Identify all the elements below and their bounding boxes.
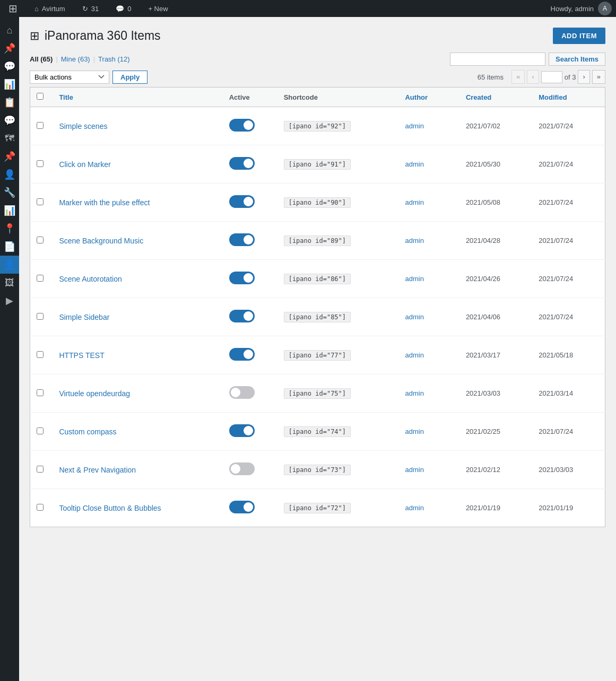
sidebar-item-docs[interactable]: 📄 bbox=[0, 238, 19, 256]
page-number-input[interactable]: 1 bbox=[541, 71, 562, 83]
site-name[interactable]: ⌂ Avirtum bbox=[30, 0, 70, 17]
created-date: 2021/01/19 bbox=[466, 504, 500, 512]
author-link[interactable]: admin bbox=[405, 389, 423, 397]
item-title-link[interactable]: Simple scenes bbox=[59, 122, 107, 130]
shortcode-badge: [ipano id="77"] bbox=[284, 350, 351, 361]
table-row: Custom compass [ipano id="74"]admin2021/… bbox=[30, 413, 605, 451]
first-page-button[interactable]: « bbox=[511, 70, 525, 84]
created-header[interactable]: Created bbox=[459, 88, 532, 107]
item-title-link[interactable]: Virtuele opendeurdag bbox=[59, 389, 130, 398]
item-title-link[interactable]: HTTPS TEST bbox=[59, 351, 104, 360]
sidebar-item-comments[interactable]: 💬 bbox=[0, 57, 19, 75]
sidebar-item-analytics[interactable]: 📊 bbox=[0, 202, 19, 220]
prev-page-button[interactable]: ‹ bbox=[527, 70, 539, 84]
row-checkbox[interactable] bbox=[37, 237, 44, 243]
row-checkbox[interactable] bbox=[37, 504, 44, 511]
item-title-link[interactable]: Custom compass bbox=[59, 427, 116, 436]
comments-item[interactable]: 💬 0 bbox=[111, 0, 135, 17]
table-row: HTTPS TEST [ipano id="77"]admin2021/03/1… bbox=[30, 336, 605, 374]
sidebar-item-bookmark[interactable]: 📌 bbox=[0, 147, 19, 165]
row-checkbox[interactable] bbox=[37, 351, 44, 358]
add-item-button[interactable]: ADD ITEM bbox=[553, 28, 605, 44]
toggle-switch[interactable] bbox=[229, 195, 255, 208]
row-checkbox[interactable] bbox=[37, 313, 44, 320]
search-button[interactable]: Search Items bbox=[549, 53, 605, 66]
filter-mine[interactable]: Mine (63) bbox=[61, 55, 90, 63]
title-header[interactable]: Title bbox=[53, 88, 222, 107]
wp-logo[interactable]: ⊞ bbox=[4, 0, 22, 17]
toggle-switch[interactable] bbox=[229, 386, 255, 399]
row-checkbox[interactable] bbox=[37, 427, 44, 434]
author-link[interactable]: admin bbox=[405, 504, 423, 512]
modified-date: 2021/07/24 bbox=[539, 427, 573, 435]
row-checkbox[interactable] bbox=[37, 122, 44, 129]
sidebar-item-chat[interactable]: 💬 bbox=[0, 111, 19, 129]
admin-sidebar: ⌂ 📌 💬 📊 📋 💬 🗺 📌 👤 🔧 📊 📍 📄 👤 🖼 ▶ bbox=[0, 17, 19, 681]
toggle-switch[interactable] bbox=[229, 157, 255, 170]
sidebar-item-tools[interactable]: 🔧 bbox=[0, 184, 19, 202]
author-link[interactable]: admin bbox=[405, 351, 423, 359]
sidebar-item-play[interactable]: ▶ bbox=[0, 292, 19, 310]
author-link[interactable]: admin bbox=[405, 198, 423, 206]
toggle-switch[interactable] bbox=[229, 501, 255, 513]
toggle-switch[interactable] bbox=[229, 272, 255, 284]
bulk-actions-dropdown[interactable]: Bulk actions bbox=[30, 71, 109, 84]
row-checkbox[interactable] bbox=[37, 198, 44, 205]
modified-date: 2021/03/03 bbox=[539, 466, 573, 474]
shortcode-badge: [ipano id="85"] bbox=[284, 312, 351, 322]
table-row: Click on Marker [ipano id="91"]admin2021… bbox=[30, 145, 605, 184]
sidebar-item-pin[interactable]: 📌 bbox=[0, 39, 19, 57]
select-all-checkbox[interactable] bbox=[37, 93, 44, 100]
row-checkbox[interactable] bbox=[37, 160, 44, 167]
sidebar-item-dashboard[interactable]: ⌂ bbox=[0, 21, 19, 39]
toggle-switch[interactable] bbox=[229, 233, 255, 246]
table-body: Simple scenes [ipano id="92"]admin2021/0… bbox=[30, 107, 605, 527]
toggle-switch[interactable] bbox=[229, 348, 255, 361]
new-item[interactable]: + New bbox=[144, 0, 172, 17]
row-checkbox[interactable] bbox=[37, 466, 44, 473]
author-link[interactable]: admin bbox=[405, 237, 423, 245]
shortcode-header: Shortcode bbox=[277, 88, 399, 107]
row-checkbox[interactable] bbox=[37, 275, 44, 282]
apply-button[interactable]: Apply bbox=[112, 71, 148, 84]
author-link[interactable]: admin bbox=[405, 466, 423, 474]
updates-item[interactable]: ↻ 31 bbox=[78, 0, 103, 17]
item-title-link[interactable]: Marker with the pulse effect bbox=[59, 198, 150, 207]
item-title-link[interactable]: Scene Autorotation bbox=[59, 275, 122, 283]
author-link[interactable]: admin bbox=[405, 275, 423, 283]
author-link[interactable]: admin bbox=[405, 160, 423, 168]
item-title-link[interactable]: Tooltip Close Button & Bubbles bbox=[59, 504, 161, 512]
toggle-switch[interactable] bbox=[229, 424, 255, 437]
item-title-link[interactable]: Simple Sidebar bbox=[59, 313, 109, 321]
toggle-switch[interactable] bbox=[229, 119, 255, 132]
toggle-switch[interactable] bbox=[229, 462, 255, 475]
item-title-link[interactable]: Next & Prev Navigation bbox=[59, 466, 136, 474]
page-title-area: ⊞ iPanorama 360 Items bbox=[30, 29, 161, 43]
pagination-area: 65 items « ‹ 1 of 3 › » bbox=[478, 70, 605, 84]
items-count: 65 items bbox=[478, 73, 504, 81]
item-title-link[interactable]: Scene Background Music bbox=[59, 237, 143, 245]
sidebar-item-users[interactable]: 👤 bbox=[0, 165, 19, 184]
last-page-button[interactable]: » bbox=[592, 70, 605, 84]
toggle-switch[interactable] bbox=[229, 310, 255, 322]
author-link[interactable]: admin bbox=[405, 427, 423, 435]
next-page-button[interactable]: › bbox=[578, 70, 589, 84]
sidebar-item-media[interactable]: 🖼 bbox=[0, 274, 19, 292]
sidebar-item-map[interactable]: 🗺 bbox=[0, 129, 19, 147]
filter-trash[interactable]: Trash (12) bbox=[98, 55, 130, 63]
sidebar-item-location[interactable]: 📍 bbox=[0, 220, 19, 238]
sidebar-item-pages[interactable]: 📋 bbox=[0, 93, 19, 111]
author-header[interactable]: Author bbox=[398, 88, 459, 107]
filter-all[interactable]: All (65) bbox=[30, 55, 53, 63]
row-checkbox[interactable] bbox=[37, 389, 44, 396]
item-title-link[interactable]: Click on Marker bbox=[59, 160, 110, 169]
wp-logo-icon: ⊞ bbox=[8, 2, 18, 15]
search-area: Search Items bbox=[450, 53, 605, 66]
author-link[interactable]: admin bbox=[405, 313, 423, 321]
modified-header[interactable]: Modified bbox=[532, 88, 605, 107]
sidebar-item-panorama[interactable]: 👤 bbox=[0, 256, 19, 274]
sidebar-item-chart[interactable]: 📊 bbox=[0, 75, 19, 93]
search-input[interactable] bbox=[450, 53, 545, 66]
author-link[interactable]: admin bbox=[405, 122, 423, 130]
comments-icon: 💬 bbox=[116, 5, 124, 13]
